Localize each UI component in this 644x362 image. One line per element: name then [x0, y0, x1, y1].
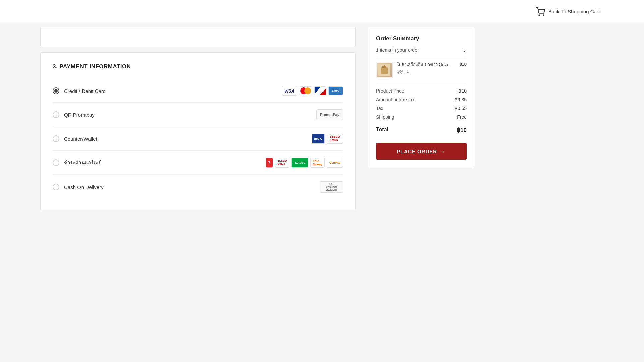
price-row-shipping: Shipping Free	[376, 114, 467, 120]
radio-cash-delivery[interactable]	[53, 184, 59, 190]
price-row-product: Product Price ฿10	[376, 88, 467, 94]
radio-counter-wallet[interactable]	[53, 135, 59, 142]
seven-eleven-icon: 7	[266, 158, 273, 168]
chevron-up-icon[interactable]: ⌄	[463, 47, 467, 53]
order-summary-sidebar: Order Summary 1 items in your order ⌄	[368, 27, 475, 210]
option-left-credit: Credit / Debit Card	[53, 87, 106, 94]
top-header: Back To Shopping Cart	[0, 0, 644, 23]
payment-option-airpay: ชำระผ่านแอร์เพย์ 7 TESCOLotus Lotus's Tr…	[53, 151, 343, 175]
option-left-cod: Cash On Delivery	[53, 184, 104, 190]
before-tax-label: Amount before tax	[376, 97, 414, 102]
items-count-label: 1 items in your order	[376, 47, 419, 53]
mastercard-icon	[299, 86, 312, 95]
svg-rect-2	[330, 183, 333, 185]
jcb-icon: JCB	[314, 86, 326, 95]
place-order-label: PLACE ORDER	[397, 148, 437, 154]
product-thumbnail	[376, 62, 393, 78]
total-label: Total	[376, 127, 388, 134]
visa-icon: VISA	[282, 86, 297, 96]
order-summary-title: Order Summary	[376, 35, 467, 42]
option-left-counter: Counter/Wallet	[53, 135, 97, 142]
place-order-arrow: →	[440, 148, 446, 154]
shipping-value: Free	[457, 114, 467, 120]
cod-icons: CASH ONDELIVERY	[320, 181, 343, 193]
page-content: 3. PAYMENT INFORMATION Credit / Debit Ca…	[0, 27, 644, 224]
cart-icon	[536, 7, 545, 16]
credit-card-icons: VISA JCB AMEX	[282, 86, 343, 96]
payment-option-counter: Counter/Wallet BIG C TESCOLotus	[53, 127, 343, 151]
svg-point-3	[331, 183, 332, 184]
product-image	[377, 63, 392, 77]
svg-point-0	[539, 15, 539, 15]
qr-promptpay-label: QR Promtpay	[64, 112, 95, 118]
lotus-s-icon: Lotus's	[291, 158, 308, 168]
cenpay-icon: CenPay	[327, 158, 343, 168]
product-info: ใบสั่งเครื่องดื่ม ปกขาว Orca Qty : 1	[397, 62, 455, 74]
payment-option-cod: Cash On Delivery CASH ONDELIVERY	[53, 175, 343, 199]
product-price-value: ฿10	[458, 88, 467, 94]
credit-debit-label: Credit / Debit Card	[64, 88, 106, 94]
airpay-label: ชำระผ่านแอร์เพย์	[64, 159, 102, 167]
svg-point-1	[543, 15, 544, 15]
airpay-icons: 7 TESCOLotus Lotus's TrueMoney CenPay	[266, 158, 343, 168]
tax-value: ฿0.65	[454, 106, 467, 111]
main-area: 3. PAYMENT INFORMATION Credit / Debit Ca…	[40, 27, 356, 210]
product-qty: Qty : 1	[397, 69, 455, 74]
promptpay-icon: PromptPay	[316, 109, 343, 120]
payment-section: 3. PAYMENT INFORMATION Credit / Debit Ca…	[40, 52, 356, 210]
counter-icons: BIG C TESCOLotus	[312, 134, 343, 144]
cash-delivery-label: Cash On Delivery	[64, 184, 104, 190]
counter-wallet-label: Counter/Wallet	[64, 136, 97, 142]
svg-rect-6	[382, 66, 386, 68]
payment-option-qr: QR Promtpay PromptPay	[53, 103, 343, 127]
truemoney-icon: TrueMoney	[310, 158, 325, 168]
items-header: 1 items in your order ⌄	[376, 47, 467, 57]
cash-on-delivery-icon: CASH ONDELIVERY	[320, 181, 343, 193]
option-left-airpay: ชำระผ่านแอร์เพย์	[53, 159, 102, 167]
radio-credit-debit[interactable]	[53, 87, 59, 94]
previous-section-stub	[40, 27, 356, 47]
product-name: ใบสั่งเครื่องดื่ม ปกขาว Orca	[397, 62, 455, 68]
back-to-cart-label: Back To Shopping Cart	[548, 9, 600, 14]
shipping-label: Shipping	[376, 114, 394, 120]
radio-airpay[interactable]	[53, 159, 59, 166]
order-summary-box: Order Summary 1 items in your order ⌄	[368, 27, 475, 168]
tesco-lotus-icon: TESCOLotus	[327, 134, 343, 144]
qr-icons: PromptPay	[316, 109, 343, 120]
radio-qr-promptpay[interactable]	[53, 111, 59, 118]
price-row-tax: Tax ฿0.65	[376, 106, 467, 111]
option-left-qr: QR Promtpay	[53, 111, 95, 118]
place-order-button[interactable]: PLACE ORDER →	[376, 143, 467, 160]
price-row-before-tax: Amount before tax ฿9.35	[376, 97, 467, 102]
payment-section-title: 3. PAYMENT INFORMATION	[53, 63, 343, 70]
product-price: ฿10	[459, 62, 467, 67]
order-product-item: ใบสั่งเครื่องดื่ม ปกขาว Orca Qty : 1 ฿10	[376, 57, 467, 83]
svg-rect-5	[381, 67, 388, 74]
amex-icon: AMEX	[328, 86, 343, 95]
payment-option-credit: Credit / Debit Card VISA JCB A	[53, 79, 343, 103]
product-price-label: Product Price	[376, 88, 404, 94]
before-tax-value: ฿9.35	[454, 97, 467, 102]
price-breakdown: Product Price ฿10 Amount before tax ฿9.3…	[376, 83, 467, 142]
bigc-icon: BIG C	[312, 134, 325, 144]
total-value: ฿10	[457, 127, 467, 134]
back-to-cart-button[interactable]: Back To Shopping Cart	[532, 4, 604, 19]
tax-label: Tax	[376, 106, 383, 111]
tesco2-icon: TESCOLotus	[275, 158, 290, 168]
price-row-total: Total ฿10	[376, 123, 467, 134]
